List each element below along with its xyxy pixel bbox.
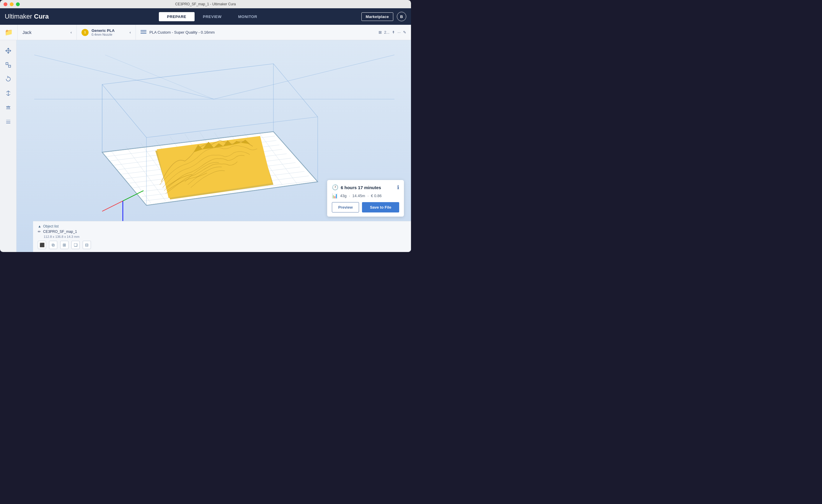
print-cost: € 0.86: [371, 194, 381, 198]
more-icon[interactable]: ···: [397, 30, 401, 35]
save-button[interactable]: Save to File: [362, 202, 399, 212]
svg-line-28: [170, 137, 210, 194]
stat-sep2: ·: [368, 194, 369, 198]
logo-light: Ultimaker: [5, 13, 32, 20]
support-tool[interactable]: [2, 102, 14, 113]
slice-tool[interactable]: [2, 116, 14, 127]
material-chevron[interactable]: ‹: [130, 30, 131, 35]
print-duration: 6 hours 17 minutes: [341, 185, 381, 190]
action-merge[interactable]: ⊟: [83, 241, 91, 249]
svg-line-21: [137, 171, 304, 192]
titlebar: CE3PRO_SF_map_1 - Ultimaker Cura: [0, 0, 411, 8]
svg-line-10: [214, 55, 394, 99]
print-time-row: 🕐 6 hours 17 minutes ℹ: [332, 184, 399, 191]
toolbar: 📁 Jack ‹ 1 Generic PLA 0.4mm Nozzle ‹ PL…: [0, 25, 411, 40]
svg-line-34: [259, 132, 297, 184]
svg-line-48: [123, 191, 143, 201]
mirror-tool[interactable]: [2, 87, 14, 99]
print-weight: 43g: [340, 194, 347, 198]
svg-marker-36: [155, 138, 274, 199]
move-tool[interactable]: [2, 45, 14, 57]
header-right: Marketplace B: [361, 12, 406, 21]
object-list-header[interactable]: ▲ Object list: [38, 224, 406, 228]
svg-rect-1: [9, 65, 11, 67]
material-info: Generic PLA 0.4mm Nozzle: [91, 28, 127, 36]
svg-line-24: [111, 151, 151, 203]
viewport[interactable]: ▲ Object list ✏ CE3PRO_SF_map_1 112.8 x …: [17, 40, 411, 252]
svg-rect-4: [6, 121, 10, 122]
svg-line-47: [102, 201, 123, 211]
maximize-button[interactable]: [16, 2, 20, 6]
rotate-tool[interactable]: [2, 73, 14, 85]
tab-preview[interactable]: PREVIEW: [194, 12, 230, 21]
printer-chevron[interactable]: ‹: [71, 30, 72, 35]
svg-line-15: [111, 145, 279, 166]
svg-line-45: [146, 117, 318, 138]
settings-section: PLA Custom - Super Quality - 0.16mm ⊠ 2.…: [136, 25, 411, 40]
action-grid[interactable]: ⊞: [60, 241, 68, 249]
profile-name: PLA Custom - Super Quality - 0.16mm: [149, 30, 215, 35]
svg-marker-35: [102, 132, 318, 205]
svg-rect-3: [6, 120, 10, 120]
collapse-icon: ▲: [38, 224, 41, 228]
action-cube[interactable]: ⬛: [38, 241, 46, 249]
viewport-svg: [17, 40, 411, 252]
window-controls[interactable]: [4, 2, 20, 6]
svg-line-26: [140, 143, 180, 198]
svg-line-41: [102, 64, 274, 84]
svg-line-23: [143, 181, 315, 201]
settings-actions: ⊠ 2... ↟ ··· ✎: [379, 30, 406, 35]
support-icon[interactable]: ↟: [392, 30, 395, 35]
svg-line-17: [120, 154, 287, 174]
open-file-button[interactable]: 📁: [0, 25, 18, 40]
printer-name: Jack: [22, 30, 32, 35]
material-nozzle: 0.4mm Nozzle: [91, 33, 127, 36]
svg-rect-6: [17, 40, 411, 252]
preview-button[interactable]: Preview: [332, 202, 359, 212]
object-dimensions: 112.8 x 136.8 x 14.3 mm: [44, 235, 406, 238]
svg-line-27: [155, 140, 195, 196]
object-name: CE3PRO_SF_map_1: [43, 230, 77, 234]
svg-rect-0: [6, 63, 8, 65]
action-group[interactable]: ❏: [71, 241, 80, 249]
left-toolbar: [0, 40, 17, 252]
logo-bold: Cura: [34, 13, 49, 20]
svg-line-18: [124, 158, 291, 179]
user-avatar[interactable]: B: [397, 12, 406, 21]
scale-tool[interactable]: [2, 59, 14, 71]
svg-line-7: [34, 55, 214, 99]
svg-line-16: [115, 149, 282, 170]
svg-line-33: [244, 132, 282, 185]
svg-line-14: [108, 140, 276, 161]
window-title: CE3PRO_SF_map_1 - Ultimaker Cura: [175, 2, 236, 6]
svg-line-30: [199, 132, 238, 189]
material-badge: 1: [81, 29, 89, 36]
main-area: ▲ Object list ✏ CE3PRO_SF_map_1 112.8 x …: [0, 40, 411, 252]
bottom-panel: ▲ Object list ✏ CE3PRO_SF_map_1 112.8 x …: [33, 221, 411, 252]
layers-icon[interactable]: ⊠: [379, 30, 382, 35]
minimize-button[interactable]: [10, 2, 14, 6]
action-clone[interactable]: ⧉: [49, 241, 57, 249]
print-time: 🕐 6 hours 17 minutes: [332, 184, 381, 191]
printer-section[interactable]: Jack ‹: [18, 25, 77, 40]
svg-line-22: [142, 176, 309, 197]
object-list-label: Object list: [43, 224, 59, 228]
print-stats: 📊 43g · 14.45m · € 0.86: [332, 193, 399, 199]
settings-icon: [140, 30, 146, 35]
svg-line-9: [105, 55, 214, 99]
object-item: ✏ CE3PRO_SF_map_1: [38, 230, 406, 234]
tab-prepare[interactable]: PREPARE: [159, 12, 194, 21]
svg-line-29: [185, 134, 223, 191]
svg-line-19: [129, 163, 296, 183]
material-section[interactable]: 1 Generic PLA 0.4mm Nozzle ‹: [77, 25, 136, 40]
object-actions: ⬛ ⧉ ⊞ ❏ ⊟: [38, 241, 406, 249]
svg-line-42: [102, 84, 146, 138]
info-icon[interactable]: ℹ: [397, 184, 399, 191]
svg-line-13: [105, 136, 275, 157]
stat-sep1: ·: [349, 194, 350, 198]
tab-monitor[interactable]: MONITOR: [230, 12, 266, 21]
close-button[interactable]: [4, 2, 7, 6]
print-buttons: Preview Save to File: [332, 202, 399, 212]
marketplace-button[interactable]: Marketplace: [361, 12, 393, 21]
edit-icon[interactable]: ✎: [403, 30, 406, 35]
